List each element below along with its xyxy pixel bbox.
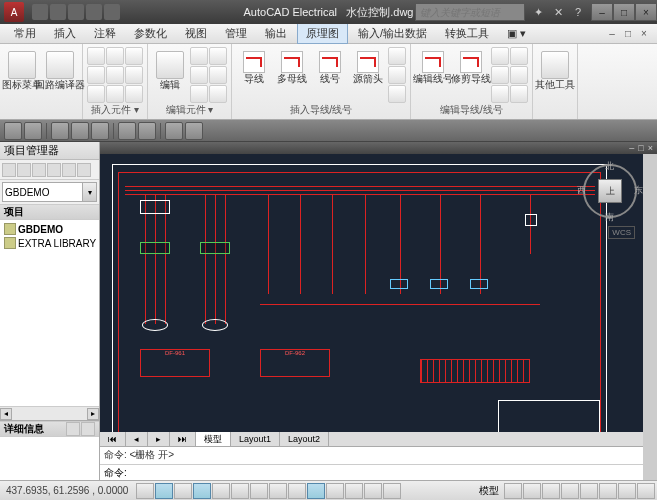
canvas-vscrollbar[interactable] bbox=[643, 154, 657, 480]
status-toggle-icon[interactable] bbox=[212, 483, 230, 499]
tool-icon[interactable] bbox=[118, 122, 136, 140]
tab-view[interactable]: 视图 bbox=[177, 24, 215, 43]
edit-wire-icon[interactable] bbox=[491, 66, 509, 84]
tab-iodata[interactable]: 输入/输出数据 bbox=[350, 24, 435, 43]
mdi-restore-icon[interactable]: □ bbox=[621, 27, 635, 41]
panel-tool-icon[interactable] bbox=[2, 163, 16, 177]
trim-wire-button[interactable]: 修剪导线 bbox=[453, 51, 489, 99]
chevron-down-icon[interactable]: ▾ bbox=[83, 182, 97, 202]
app-logo-icon[interactable]: A bbox=[4, 2, 24, 22]
qat-open-icon[interactable] bbox=[50, 4, 66, 20]
wire-tool-icon[interactable] bbox=[388, 85, 406, 103]
edit-wirenum-button[interactable]: 编辑线号 bbox=[415, 51, 451, 99]
project-combo[interactable]: ▾ bbox=[2, 182, 97, 202]
tab-nav-prev-icon[interactable]: ◂ bbox=[126, 432, 148, 446]
doc-close-icon[interactable]: × bbox=[648, 143, 653, 153]
viewcube-west[interactable]: 西 bbox=[577, 184, 586, 197]
qat-save-icon[interactable] bbox=[68, 4, 84, 20]
edit-wire-icon[interactable] bbox=[491, 47, 509, 65]
close-button[interactable]: × bbox=[635, 3, 657, 21]
status-toggle-icon[interactable] bbox=[193, 483, 211, 499]
maximize-button[interactable]: □ bbox=[613, 3, 635, 21]
edit-comp-icon[interactable] bbox=[190, 85, 208, 103]
tab-schematic[interactable]: 原理图 bbox=[297, 23, 348, 44]
layout-tab-model[interactable]: 模型 bbox=[196, 432, 231, 446]
tab-output[interactable]: 输出 bbox=[257, 24, 295, 43]
source-arrow-button[interactable]: 源箭头 bbox=[350, 51, 386, 99]
status-right-icon[interactable] bbox=[542, 483, 560, 499]
insert-comp-icon[interactable] bbox=[125, 47, 143, 65]
edit-comp-icon[interactable] bbox=[209, 66, 227, 84]
command-line[interactable]: 命令: <栅格 开> 命令: bbox=[100, 446, 657, 480]
status-right-icon[interactable] bbox=[618, 483, 636, 499]
tool-icon[interactable] bbox=[4, 122, 22, 140]
insert-comp-icon[interactable] bbox=[125, 66, 143, 84]
tool-icon[interactable] bbox=[91, 122, 109, 140]
status-toggle-icon[interactable] bbox=[136, 483, 154, 499]
tool-icon[interactable] bbox=[165, 122, 183, 140]
status-toggle-icon[interactable] bbox=[231, 483, 249, 499]
status-toggle-icon[interactable] bbox=[326, 483, 344, 499]
panel-tool-icon[interactable] bbox=[62, 163, 76, 177]
qat-redo-icon[interactable] bbox=[104, 4, 120, 20]
status-toggle-icon[interactable] bbox=[250, 483, 268, 499]
tree-item[interactable]: EXTRA LIBRARY DEMO bbox=[2, 236, 97, 250]
mdi-close-icon[interactable]: × bbox=[637, 27, 651, 41]
tab-nav-next-icon[interactable]: ▸ bbox=[148, 432, 170, 446]
tree-item[interactable]: GBDEMO bbox=[2, 222, 97, 236]
edit-wire-icon[interactable] bbox=[510, 85, 528, 103]
tab-nav-last-icon[interactable]: ⏭ bbox=[170, 432, 196, 446]
edit-wire-icon[interactable] bbox=[510, 66, 528, 84]
tool-icon[interactable] bbox=[71, 122, 89, 140]
mdi-minimize-icon[interactable]: – bbox=[605, 27, 619, 41]
tree-hscroll[interactable]: ◂ ▸ bbox=[0, 406, 99, 420]
insert-comp-icon[interactable] bbox=[106, 85, 124, 103]
status-toggle-icon[interactable] bbox=[174, 483, 192, 499]
doc-minimize-icon[interactable]: – bbox=[629, 143, 634, 153]
command-input[interactable]: 命令: bbox=[100, 464, 657, 480]
viewcube-face[interactable]: 上 bbox=[598, 179, 622, 203]
wire-tool-icon[interactable] bbox=[388, 47, 406, 65]
wire-button[interactable]: 导线 bbox=[236, 51, 272, 99]
edit-comp-icon[interactable] bbox=[190, 47, 208, 65]
insert-comp-icon[interactable] bbox=[106, 47, 124, 65]
status-toggle-icon[interactable] bbox=[269, 483, 287, 499]
insert-comp-icon[interactable] bbox=[106, 66, 124, 84]
scroll-left-icon[interactable]: ◂ bbox=[0, 408, 12, 420]
status-right-icon[interactable] bbox=[637, 483, 655, 499]
project-combo-input[interactable] bbox=[2, 182, 83, 202]
multi-bus-button[interactable]: 多母线 bbox=[274, 51, 310, 99]
status-right-icon[interactable] bbox=[580, 483, 598, 499]
status-toggle-icon[interactable] bbox=[364, 483, 382, 499]
insert-comp-icon[interactable] bbox=[87, 85, 105, 103]
insert-comp-icon[interactable] bbox=[87, 47, 105, 65]
insert-comp-icon[interactable] bbox=[125, 85, 143, 103]
search-input[interactable] bbox=[415, 3, 525, 21]
status-right-icon[interactable] bbox=[504, 483, 522, 499]
qat-undo-icon[interactable] bbox=[86, 4, 102, 20]
edit-comp-icon[interactable] bbox=[209, 85, 227, 103]
help-icon[interactable]: ? bbox=[571, 5, 585, 19]
drawing-canvas[interactable]: DF-961 DF-962 上 北 东 南 西 WCS bbox=[100, 154, 657, 432]
edit-wire-icon[interactable] bbox=[510, 47, 528, 65]
panel-tool-icon[interactable] bbox=[47, 163, 61, 177]
panel-tool-icon[interactable] bbox=[17, 163, 31, 177]
status-toggle-icon[interactable] bbox=[288, 483, 306, 499]
wire-number-button[interactable]: 线号 bbox=[312, 51, 348, 99]
exchange-icon[interactable]: ✕ bbox=[551, 5, 565, 19]
layout-tab-1[interactable]: Layout1 bbox=[231, 432, 280, 446]
minimize-button[interactable]: – bbox=[591, 3, 613, 21]
scroll-right-icon[interactable]: ▸ bbox=[87, 408, 99, 420]
status-toggle-icon[interactable] bbox=[155, 483, 173, 499]
panel-tool-icon[interactable] bbox=[32, 163, 46, 177]
tab-insert[interactable]: 插入 bbox=[46, 24, 84, 43]
status-toggle-icon[interactable] bbox=[383, 483, 401, 499]
edit-component-button[interactable]: 编辑 bbox=[152, 51, 188, 99]
qat-new-icon[interactable] bbox=[32, 4, 48, 20]
tab-convert[interactable]: 转换工具 bbox=[437, 24, 497, 43]
model-space-button[interactable]: 模型 bbox=[475, 484, 503, 498]
viewcube-north[interactable]: 北 bbox=[605, 160, 614, 173]
status-toggle-icon[interactable] bbox=[307, 483, 325, 499]
status-right-icon[interactable] bbox=[599, 483, 617, 499]
tab-common[interactable]: 常用 bbox=[6, 24, 44, 43]
